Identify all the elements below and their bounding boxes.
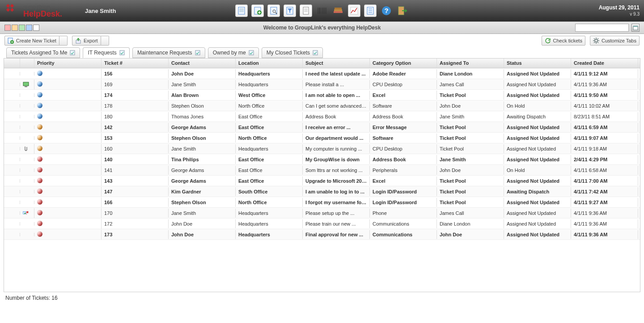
cell-ticket: 173 (102, 230, 169, 239)
cell-priority (34, 80, 102, 89)
cell-category: Adobe Reader (370, 69, 437, 78)
table-row[interactable]: 156John DoeHeadquartersI need the latest… (4, 68, 640, 79)
cell-location: North Office (236, 134, 303, 143)
cell-priority (34, 197, 102, 207)
theme-swatch[interactable] (12, 25, 18, 31)
cell-assigned: Ticket Pool (437, 91, 504, 100)
export-button[interactable]: Export (72, 36, 109, 46)
cell-priority (34, 155, 102, 164)
search-go-button[interactable] (631, 24, 640, 32)
cell-contact: George Adams (169, 123, 236, 132)
table-row[interactable]: 180Thomas JonesEast OfficeAddress BookAd… (4, 111, 640, 122)
toolbar-document-icon[interactable] (300, 4, 312, 17)
toolbar-new-icon[interactable] (251, 4, 264, 17)
cell-ticket: 180 (102, 112, 169, 121)
svg-rect-2 (6, 8, 10, 12)
tab-maintenance-requests[interactable]: Maintenance Requests (132, 47, 205, 58)
check-tickets-button[interactable]: Check tickets (542, 36, 585, 46)
cell-subject: I am not able to open ... (303, 91, 370, 100)
create-ticket-dropdown[interactable] (59, 36, 68, 46)
col-created[interactable]: Created Date (571, 59, 638, 68)
cell-status: On Hold (504, 101, 571, 110)
col-priority[interactable]: Priority (34, 59, 102, 68)
col-assigned[interactable]: Assigned To (437, 59, 504, 68)
logo-text: everything HelpDesk. (23, 4, 62, 18)
toolbar-notes-icon[interactable] (235, 4, 248, 17)
cell-selector (4, 126, 20, 129)
theme-swatch[interactable] (19, 25, 25, 31)
export-dropdown[interactable] (101, 36, 109, 46)
cell-indicator (20, 179, 34, 183)
toolbar-help-icon[interactable]: ? (380, 4, 393, 17)
cell-contact: John Doe (169, 69, 236, 78)
col-location[interactable]: Location (236, 59, 303, 68)
col-status[interactable]: Status (504, 59, 571, 68)
col-category[interactable]: Category Option (370, 59, 437, 68)
cell-location: Headquarters (236, 144, 303, 153)
table-row[interactable]: 143George AdamsEast OfficeUpgrade to Mic… (4, 176, 640, 186)
table-row[interactable]: 160Jane SmithHeadquartersMy computer is … (4, 143, 640, 154)
toolbar-books-icon[interactable] (332, 4, 344, 17)
gear-icon (593, 38, 599, 44)
table-row[interactable]: 147Kim GardnerSouth OfficeI am unable to… (4, 186, 640, 197)
theme-swatch[interactable] (26, 25, 32, 31)
toolbar-chart-icon[interactable] (348, 4, 360, 17)
cell-subject: Upgrade to Microsoft 2007 (303, 176, 370, 185)
table-row[interactable]: 142George AdamsEast OfficeI receive an e… (4, 122, 640, 133)
toolbar-exit-icon[interactable] (396, 4, 409, 17)
table-row[interactable]: 173John DoeHeadquartersFinal approval fo… (4, 229, 640, 240)
tab-my-closed-tickets[interactable]: My Closed Tickets (262, 47, 323, 58)
table-row[interactable]: 140Tina PhilipsEast OfficeMy GroupWise i… (4, 154, 640, 165)
cell-contact: John Doe (169, 219, 236, 228)
svg-rect-4 (238, 7, 245, 14)
theme-swatch[interactable] (33, 25, 39, 31)
search-input[interactable] (575, 24, 629, 32)
theme-swatch[interactable] (4, 25, 11, 31)
table-row[interactable]: 178Stephen OlsonNorth OfficeCan I get so… (4, 101, 640, 111)
cell-priority (34, 187, 102, 197)
cell-category: Login ID/Password (370, 198, 437, 207)
cell-status: Assigned Not Updated (504, 123, 571, 132)
table-row[interactable]: 172John DoeHeadquartersPlease train our … (4, 218, 640, 229)
cell-status: Assigned Not Updated (504, 219, 571, 228)
table-row[interactable]: 174Alan BrownWest OfficeI am not able to… (4, 90, 640, 101)
cell-indicator (20, 201, 34, 204)
cell-created: 4/1/11 9:36 AM (571, 209, 638, 218)
tab-label: IT Requests (88, 50, 116, 56)
grid-body: 156John DoeHeadquartersI need the latest… (4, 68, 640, 292)
col-subject[interactable]: Subject (303, 59, 370, 68)
table-row[interactable]: 153Stephen OlsonNorth OfficeOur departme… (4, 133, 640, 143)
export-icon (75, 38, 81, 44)
svg-rect-24 (335, 8, 342, 9)
col-ticket[interactable]: Ticket # (102, 59, 169, 68)
customize-tabs-button[interactable]: Customize Tabs (590, 36, 640, 46)
tab-it-requests[interactable]: IT Requests (83, 47, 129, 58)
tab-owned-by-me[interactable]: Owned by me (208, 47, 259, 58)
cell-contact: Jane Smith (169, 80, 236, 89)
cell-selector (4, 136, 20, 140)
table-row[interactable]: 169Jane SmithHeadquartersPlease install … (4, 79, 640, 90)
cell-selector (4, 201, 20, 204)
cell-status: Assigned Not Updated (504, 230, 571, 239)
cell-subject: My GroupWise is down (303, 155, 370, 164)
col-indicator[interactable] (20, 59, 34, 68)
cell-category: Error Message (370, 123, 437, 132)
table-row[interactable]: 166Stephen OlsonNorth OfficeI forgot my … (4, 197, 640, 208)
create-ticket-button[interactable]: Create New Ticket (4, 36, 68, 46)
tab-tickets-assigned-to-me[interactable]: Tickets Assigned To Me (6, 47, 80, 58)
svg-rect-14 (303, 7, 309, 14)
table-row[interactable]: 141George AdamsEast OfficeSom lttrs ar n… (4, 165, 640, 176)
col-contact[interactable]: Contact (169, 59, 236, 68)
cell-selector (4, 222, 20, 226)
svg-rect-22 (334, 11, 343, 13)
priority-dot-icon (37, 71, 42, 76)
toolbar-search-icon[interactable] (267, 4, 280, 17)
toolbar-list-icon[interactable] (364, 4, 377, 17)
toolbar-filter-icon[interactable] (284, 4, 296, 17)
toolbar-barcode-icon[interactable] (316, 4, 328, 17)
table-row[interactable]: 170Jane SmithHeadquartersPlease setup up… (4, 208, 640, 218)
cell-created: 4/1/11 9:36 AM (571, 80, 638, 89)
cell-category: Address Book (370, 155, 437, 164)
cell-contact: George Adams (169, 166, 236, 175)
col-flag[interactable] (4, 59, 20, 68)
